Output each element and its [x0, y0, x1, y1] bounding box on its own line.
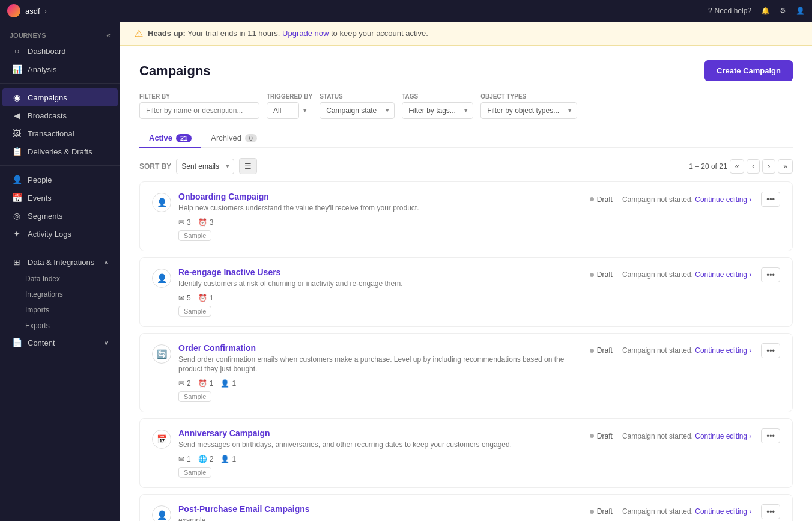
- topbar: asdf › ? Need help? 🔔 ⚙ 👤: [0, 0, 812, 22]
- sidebar-header: Journeys «: [0, 26, 120, 42]
- campaign-card-right: Draft Campaign not started. Continue edi…: [578, 267, 780, 282]
- chevron-down-icon: ∧: [104, 259, 108, 266]
- notifications-icon[interactable]: 🔔: [761, 7, 770, 15]
- sidebar-item-label: Transactional: [28, 129, 74, 138]
- filter-by-input[interactable]: [139, 102, 259, 119]
- campaign-card-left: 📅 Anniversary Campaign Send messages on …: [152, 428, 578, 478]
- campaign-name[interactable]: Post-Purchase Email Campaigns: [178, 504, 578, 514]
- campaign-type-icon: 👤: [152, 193, 171, 212]
- status-select[interactable]: Campaign state: [320, 102, 395, 119]
- campaign-meta: ✉ 5⏰ 1: [178, 294, 578, 302]
- topbar-right: ? Need help? 🔔 ⚙ 👤: [708, 7, 805, 15]
- campaign-name[interactable]: Re-engage Inactive Users: [178, 267, 578, 277]
- campaign-card-left: 👤 Re-engage Inactive Users Identify cust…: [152, 267, 578, 317]
- sidebar-item-segments[interactable]: ◎ Segments: [2, 207, 118, 225]
- sidebar-item-label: Segments: [28, 212, 63, 221]
- triggered-by-select[interactable]: All: [267, 102, 299, 119]
- sidebar-item-events[interactable]: 📅 Events: [2, 189, 118, 207]
- sub-item-label: Imports: [25, 306, 49, 314]
- email-icon: ✉: [178, 455, 184, 463]
- campaign-name[interactable]: Anniversary Campaign: [178, 428, 578, 438]
- sidebar-item-deliveries[interactable]: 📋 Deliveries & Drafts: [2, 142, 118, 160]
- campaign-body: Order Confirmation Send order confirmati…: [178, 343, 578, 403]
- campaign-more-button[interactable]: •••: [761, 343, 780, 358]
- status-badge: Draft: [590, 270, 613, 279]
- sidebar-item-campaigns[interactable]: ◉ Campaigns: [2, 88, 118, 106]
- sort-left: SORT BY Sent emails ☰: [139, 158, 257, 174]
- campaign-name[interactable]: Order Confirmation: [178, 343, 578, 353]
- campaign-description: Send order confirmation emails when cust…: [178, 355, 578, 375]
- sort-filter-button[interactable]: ☰: [239, 158, 257, 174]
- sidebar-sub-item-exports[interactable]: Exports: [0, 318, 120, 334]
- tab-archived-badge: 0: [245, 134, 257, 142]
- pagination-prev-button[interactable]: ‹: [747, 159, 760, 174]
- settings-icon[interactable]: ⚙: [780, 7, 786, 15]
- sidebar-item-data-integrations[interactable]: ⊞ Data & Integrations ∧: [2, 253, 118, 271]
- page-title: Campaigns: [139, 63, 211, 79]
- tags-select[interactable]: Filter by tags...: [402, 102, 473, 119]
- pagination-next-button[interactable]: ›: [762, 159, 775, 174]
- status-dot: [590, 434, 594, 438]
- continue-editing-link[interactable]: Continue editing ›: [695, 346, 751, 355]
- sidebar-item-people[interactable]: 👤 People: [2, 171, 118, 189]
- sidebar-item-activity-logs[interactable]: ✦ Activity Logs: [2, 225, 118, 243]
- email-icon: ✉: [178, 294, 184, 302]
- campaign-more-button[interactable]: •••: [761, 504, 780, 519]
- events-icon: 📅: [12, 193, 22, 203]
- sidebar-divider: [0, 83, 120, 84]
- tab-active-badge: 21: [176, 134, 192, 142]
- content-icon: 📄: [12, 338, 22, 347]
- campaign-action: Campaign not started. Continue editing ›: [622, 432, 751, 440]
- help-link[interactable]: ? Need help?: [708, 7, 751, 15]
- campaign-action: Campaign not started. Continue editing ›: [622, 346, 751, 355]
- tab-active[interactable]: Active 21: [139, 129, 201, 148]
- user-icon[interactable]: 👤: [796, 7, 805, 15]
- sidebar-sub-item-imports[interactable]: Imports: [0, 302, 120, 318]
- alert-banner: ⚠ Heads up: Your trial ends in 11 hours.…: [120, 22, 812, 46]
- sidebar: Journeys « ○ Dashboard 📊 Analysis ◉ Camp…: [0, 22, 120, 521]
- campaign-more-button[interactable]: •••: [761, 267, 780, 282]
- tabs-row: Active 21 Archived 0: [139, 129, 793, 148]
- tab-archived[interactable]: Archived 0: [201, 129, 267, 148]
- sidebar-collapse-icon[interactable]: «: [106, 31, 111, 40]
- campaigns-list: 👤 Onboarding Campaign Help new customers…: [139, 181, 793, 521]
- continue-editing-link[interactable]: Continue editing ›: [695, 195, 751, 204]
- status-text: Draft: [597, 432, 613, 440]
- sidebar-sub-item-integrations[interactable]: Integrations: [0, 287, 120, 302]
- continue-editing-link[interactable]: Continue editing ›: [695, 270, 751, 279]
- sidebar-item-transactional[interactable]: 🖼 Transactional: [2, 124, 118, 142]
- sidebar-item-label: Campaigns: [28, 93, 67, 102]
- sidebar-item-label: Activity Logs: [28, 230, 71, 239]
- campaign-name[interactable]: Onboarding Campaign: [178, 192, 578, 201]
- sidebar-item-broadcasts[interactable]: ◀ Broadcasts: [2, 106, 118, 124]
- sidebar-divider-3: [0, 248, 120, 248]
- status-dot: [590, 349, 594, 353]
- campaign-more-button[interactable]: •••: [761, 428, 780, 443]
- sidebar-item-dashboard[interactable]: ○ Dashboard: [2, 42, 118, 60]
- activity-icon: ✦: [12, 229, 22, 239]
- app-logo: [7, 4, 20, 17]
- status-badge: Draft: [590, 195, 613, 204]
- deliveries-icon: 📋: [12, 147, 22, 156]
- sidebar-item-label: Broadcasts: [28, 111, 67, 120]
- upgrade-link[interactable]: Upgrade now: [282, 29, 329, 38]
- sort-select[interactable]: Sent emails: [176, 159, 234, 174]
- sidebar-sub-item-data-index[interactable]: Data Index: [0, 271, 120, 287]
- campaign-more-button[interactable]: •••: [761, 192, 780, 207]
- continue-editing-link[interactable]: Continue editing ›: [695, 507, 751, 516]
- pagination-text: 1 – 20 of 21: [689, 162, 727, 171]
- pagination-last-button[interactable]: »: [778, 159, 793, 174]
- triggered-by-label: TRIGGERED BY: [267, 93, 312, 100]
- person-icon: 👤: [220, 455, 229, 463]
- filter-by-label: FILTER BY: [139, 93, 259, 100]
- sidebar-item-content[interactable]: 📄 Content ∨: [2, 334, 118, 352]
- sub-item-label: Data Index: [25, 275, 60, 283]
- create-campaign-button[interactable]: Create Campaign: [704, 60, 793, 81]
- pagination-first-button[interactable]: «: [730, 159, 745, 174]
- sidebar-item-analysis[interactable]: 📊 Analysis: [2, 60, 118, 78]
- people-count: 👤 1: [220, 379, 236, 388]
- continue-editing-link[interactable]: Continue editing ›: [695, 432, 751, 440]
- globe-icon: 🌐: [198, 455, 207, 463]
- object-types-select[interactable]: Filter by object types...: [480, 102, 577, 119]
- data-icon: ⊞: [12, 257, 22, 267]
